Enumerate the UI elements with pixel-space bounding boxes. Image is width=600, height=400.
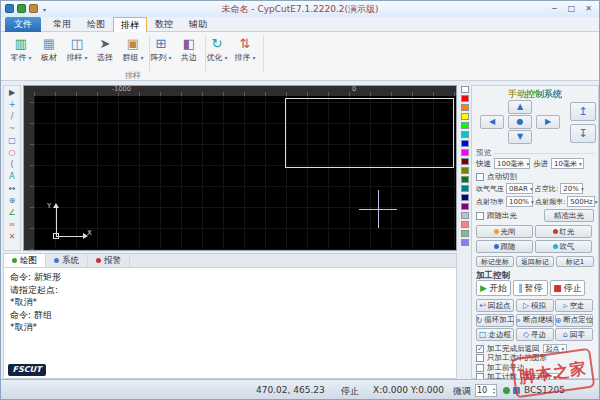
z-down-button[interactable]: ↧: [570, 124, 596, 143]
machining-button[interactable]: ↻ 循环加工: [476, 314, 514, 327]
ribbon-tool-label: 优化: [207, 52, 228, 63]
marker-button[interactable]: 标记坐标: [476, 256, 514, 267]
measure-tool-icon[interactable]: ∠: [5, 207, 19, 219]
layer-color-swatch[interactable]: [461, 122, 469, 129]
toggle-label: 跟随: [501, 242, 516, 252]
layer-color-swatch[interactable]: [461, 86, 469, 93]
arc-tool-icon[interactable]: (: [5, 159, 19, 171]
jog-center-button[interactable]: ●: [508, 115, 532, 129]
layer-color-swatch[interactable]: [461, 131, 469, 138]
z-up-button[interactable]: ↥: [570, 102, 596, 121]
duty-cycle-select[interactable]: 20%: [560, 183, 583, 194]
burst-frequency-select[interactable]: 500Hz: [567, 196, 595, 207]
toggle-button[interactable]: 光闸: [476, 225, 533, 238]
ribbon-tab[interactable]: 辅助: [181, 17, 215, 32]
jog-down-button[interactable]: ▼: [508, 130, 532, 144]
layer-color-swatch[interactable]: [461, 158, 469, 165]
option-checkbox[interactable]: [476, 345, 484, 353]
jog-cut-checkbox[interactable]: [476, 173, 484, 181]
toggle-button[interactable]: 吹气: [535, 240, 592, 253]
layer-color-swatch[interactable]: [461, 221, 469, 228]
list-tool-icon[interactable]: ≡: [5, 219, 19, 231]
close-button[interactable]: ✕: [580, 2, 597, 15]
ribbon-tool-button[interactable]: ⊞ 阵列: [147, 35, 175, 75]
ribbon-tool-button[interactable]: ◧ 共边: [175, 35, 203, 75]
layer-color-swatch[interactable]: [461, 185, 469, 192]
layer-color-swatch[interactable]: [461, 176, 469, 183]
machining-button[interactable]: » 断点继续: [516, 314, 554, 327]
machining-button[interactable]: ⊕ 断点定位: [555, 314, 593, 327]
layer-color-swatch[interactable]: [461, 113, 469, 120]
rect-tool-icon[interactable]: □: [5, 135, 19, 147]
machining-button[interactable]: ■ 停止: [550, 280, 585, 296]
layer-color-swatch[interactable]: [461, 203, 469, 210]
machining-button[interactable]: ◇ 寻边: [516, 328, 554, 341]
marker-button[interactable]: 标记1: [556, 256, 594, 267]
select-tool-icon[interactable]: ▶: [5, 87, 19, 99]
toggle-button[interactable]: 红光: [535, 225, 592, 238]
ribbon-tool-button[interactable]: ◫ 排样: [63, 35, 91, 75]
ribbon-tab[interactable]: 常用: [45, 17, 79, 32]
group-icon: ▣: [127, 35, 139, 52]
line-tool-icon[interactable]: /: [5, 111, 19, 123]
ribbon-tool-label: 选择: [97, 52, 113, 63]
drawing-canvas[interactable]: Y X: [34, 96, 456, 250]
gas-pressure-select[interactable]: 0BAR: [506, 183, 533, 194]
machining-button[interactable]: ↩ 回起点: [476, 299, 514, 312]
ribbon-tool-button[interactable]: ▦ 板材: [35, 35, 63, 75]
ribbon-tab[interactable]: 绘图: [79, 17, 113, 32]
precise-shot-button[interactable]: 精准出光: [544, 209, 594, 222]
dimension-tool-icon[interactable]: ↔: [5, 183, 19, 195]
file-menu-button[interactable]: 文件: [5, 17, 41, 32]
crosshair-cursor: [378, 190, 379, 228]
ribbon-tool-button[interactable]: ▥ 零件: [7, 35, 35, 75]
fast-speed-select[interactable]: 100毫米: [494, 158, 530, 169]
point-tool-icon[interactable]: +: [5, 99, 19, 111]
marker-button[interactable]: 返回标记: [516, 256, 554, 267]
polyline-tool-icon[interactable]: ~: [5, 123, 19, 135]
drawn-rectangle[interactable]: [285, 98, 454, 168]
ribbon-tool-button[interactable]: ⇅ 排序: [231, 35, 259, 75]
ribbon-tab[interactable]: 排样: [113, 17, 147, 32]
layer-color-swatch[interactable]: [461, 140, 469, 147]
step-select[interactable]: 10毫米: [551, 158, 584, 169]
option-checkbox[interactable]: [476, 364, 484, 372]
ribbon-tab[interactable]: 数控: [147, 17, 181, 32]
layer-color-swatch[interactable]: [461, 230, 469, 237]
machining-button[interactable]: ‖ 暂停: [513, 280, 548, 296]
circle-tool-icon[interactable]: ○: [5, 147, 19, 159]
machining-button[interactable]: ⌂ 回零: [555, 328, 593, 341]
jog-up-button[interactable]: ▲: [508, 100, 532, 114]
machining-button[interactable]: ▷ 模拟: [516, 299, 554, 312]
machining-button[interactable]: ▹ 空走: [555, 299, 593, 312]
follow-light-checkbox[interactable]: [476, 212, 484, 220]
layer-color-swatch[interactable]: [461, 239, 469, 246]
machining-button[interactable]: ▶ 开始: [476, 280, 511, 296]
ribbon-tool-button[interactable]: ▣ 群组: [119, 35, 147, 75]
erase-tool-icon[interactable]: ✕: [5, 231, 19, 243]
machining-button[interactable]: □ 走边框: [476, 328, 514, 341]
maximize-button[interactable]: □: [563, 2, 580, 15]
stepper-arrows-icon[interactable]: ▴▾: [493, 387, 495, 395]
option-checkbox[interactable]: [476, 354, 484, 362]
text-tool-icon[interactable]: A: [5, 171, 19, 183]
jog-right-button[interactable]: ▶: [536, 115, 560, 129]
layer-color-swatch[interactable]: [461, 104, 469, 111]
log-panel-tab[interactable]: 报警: [88, 254, 130, 267]
toggle-button[interactable]: 跟随: [476, 240, 533, 253]
layer-color-swatch[interactable]: [461, 149, 469, 156]
zoom-tool-icon[interactable]: ⊕: [5, 195, 19, 207]
layer-color-swatch[interactable]: [461, 167, 469, 174]
array-icon: ⊞: [156, 35, 167, 52]
jog-left-button[interactable]: ◀: [480, 115, 504, 129]
fine-tune-stepper[interactable]: 10 ▴▾: [475, 384, 497, 397]
ribbon-tool-button[interactable]: ➤ 选择: [91, 35, 119, 75]
layer-color-swatch[interactable]: [461, 95, 469, 102]
layer-color-swatch[interactable]: [461, 212, 469, 219]
ribbon-tool-button[interactable]: ↻ 优化: [203, 35, 231, 75]
log-panel-tab[interactable]: 绘图: [4, 254, 46, 267]
burst-power-select[interactable]: 100%: [506, 196, 533, 207]
minimize-button[interactable]: ─: [546, 2, 563, 15]
layer-color-swatch[interactable]: [461, 194, 469, 201]
log-panel-tab[interactable]: 系统: [46, 254, 88, 267]
